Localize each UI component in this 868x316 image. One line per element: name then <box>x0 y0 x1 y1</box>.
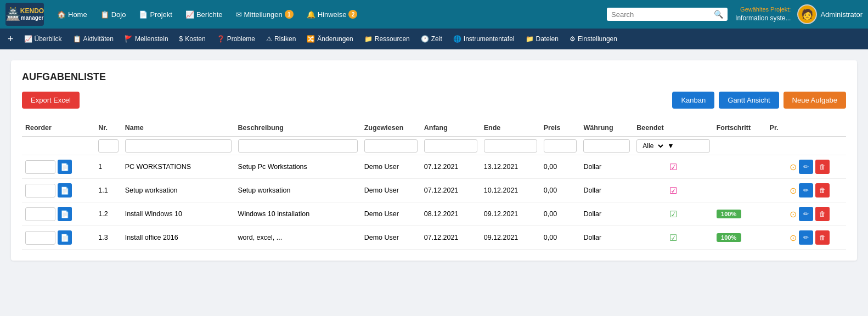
filter-done: Alle Ja Nein ▼ <box>633 137 713 155</box>
action-arrow-button[interactable]: ⊙ <box>790 233 797 243</box>
filter-nr-input[interactable] <box>98 139 118 153</box>
task-card: AUFGABENLISTE Export Excel Kanban Gantt … <box>11 60 857 261</box>
filter-assigned <box>361 137 421 155</box>
nav-berichte[interactable]: 📈 Berichte <box>180 7 228 22</box>
nav-mitteilungen[interactable]: ✉ Mitteilungen 1 <box>230 7 299 22</box>
filter-currency-input[interactable] <box>583 139 630 153</box>
neue-aufgabe-button[interactable]: Neue Aufgabe <box>784 92 846 109</box>
search-button[interactable]: 🔍 <box>714 10 723 19</box>
check-green-icon: ☑ <box>669 210 677 219</box>
header-beendet: Beendet <box>633 120 713 137</box>
nav-meilenstein[interactable]: 🚩 Meilenstein <box>120 32 173 46</box>
cell-nr: 1.3 <box>95 226 121 250</box>
nav-home[interactable]: 🏠 Home <box>52 7 93 22</box>
nav-hinweise[interactable]: 🔔 Hinweise 2 <box>301 7 363 22</box>
reorder-input[interactable] <box>25 231 55 245</box>
kanban-button[interactable]: Kanban <box>672 92 714 109</box>
cell-beendet: ☑ <box>633 226 713 250</box>
action-delete-button[interactable]: 🗑 <box>815 183 830 198</box>
table-header-row: Reorder Nr. Name Beschreibung Zugewiesen… <box>22 120 846 137</box>
cell-beschreibung: Setup worksation <box>235 179 361 202</box>
logo[interactable]: 🏯 KENDO manager <box>5 3 44 26</box>
risiken-icon: ⚠ <box>266 35 272 43</box>
filter-name-input[interactable] <box>125 139 232 153</box>
nav-dojo[interactable]: 📋 Dojo <box>95 7 132 22</box>
progress-bar: 100% <box>717 233 741 242</box>
toolbar: Export Excel Kanban Gantt Ansicht Neue A… <box>22 92 846 109</box>
nav-instrumententafel[interactable]: 🌐 Instrumententafel <box>448 32 520 46</box>
hinweise-icon: 🔔 <box>307 10 315 19</box>
table-filter-row: Alle Ja Nein ▼ <box>22 137 846 155</box>
cell-pr <box>766 179 786 202</box>
search-input[interactable] <box>611 10 711 19</box>
cell-beendet: ☑ <box>633 179 713 202</box>
filter-desc-input[interactable] <box>238 139 358 153</box>
header-beschreibung: Beschreibung <box>235 120 361 137</box>
reorder-input[interactable] <box>25 160 55 174</box>
ueberblick-icon: 📈 <box>24 35 32 43</box>
action-arrow-button[interactable]: ⊙ <box>790 209 797 219</box>
action-edit-button[interactable]: ✏ <box>799 183 813 198</box>
doc-button[interactable]: 📄 <box>58 160 72 174</box>
action-arrow-button[interactable]: ⊙ <box>790 185 797 196</box>
cell-name: PC WORKSTATIONS <box>122 155 235 179</box>
action-delete-button[interactable]: 🗑 <box>815 230 830 245</box>
gantt-ansicht-button[interactable]: Gantt Ansicht <box>719 92 779 109</box>
header-reorder: Reorder <box>22 120 95 137</box>
action-edit-button[interactable]: ✏ <box>799 207 813 221</box>
reorder-input[interactable] <box>25 207 55 221</box>
nav-zeit[interactable]: 🕐 Zeit <box>416 32 447 46</box>
cell-anfang: 07.12.2021 <box>421 155 481 179</box>
cell-reorder: 📄 <box>22 179 95 202</box>
nav-ueberblick[interactable]: 📈 Überblick <box>19 32 67 46</box>
table-row: 📄 1.3 Install office 2016 word, excel, .… <box>22 226 846 250</box>
filter-assigned-input[interactable] <box>364 139 418 153</box>
filter-start <box>421 137 481 155</box>
nav-aktivitaeten[interactable]: 📋 Aktivitäten <box>68 32 119 46</box>
filter-end <box>481 137 540 155</box>
doc-button[interactable]: 📄 <box>58 207 72 221</box>
filter-end-input[interactable] <box>484 139 537 153</box>
reorder-input[interactable] <box>25 184 55 198</box>
cell-zugewiesen: Demo User <box>361 202 421 226</box>
export-excel-button[interactable]: Export Excel <box>22 92 80 109</box>
nav-dateien[interactable]: 📁 Dateien <box>521 32 563 46</box>
table-row: 📄 1.1 Setup worksation Setup worksation … <box>22 179 846 202</box>
nav-probleme[interactable]: ❓ Probleme <box>212 32 260 46</box>
doc-button[interactable]: 📄 <box>58 183 72 198</box>
main-content: AUFGABENLISTE Export Excel Kanban Gantt … <box>0 49 868 316</box>
cell-anfang: 07.12.2021 <box>421 179 481 202</box>
action-edit-button[interactable]: ✏ <box>799 160 813 174</box>
admin-label: Administrator <box>820 10 863 19</box>
instrumententafel-icon: 🌐 <box>453 35 461 43</box>
nav-kosten[interactable]: $ Kosten <box>174 32 211 46</box>
nav-einstellungen[interactable]: ⚙ Einstellungen <box>565 32 622 46</box>
cell-fortschritt <box>713 179 766 202</box>
cell-waehrung: Dollar <box>580 155 633 179</box>
table-row: 📄 1 PC WORKSTATIONS Setup Pc Workstation… <box>22 155 846 179</box>
doc-button[interactable]: 📄 <box>58 230 72 245</box>
nav-ressourcen[interactable]: 📁 Ressourcen <box>359 32 415 46</box>
cell-preis: 0,00 <box>540 179 580 202</box>
filter-price-input[interactable] <box>544 139 577 153</box>
filter-done-select[interactable]: Alle Ja Nein <box>640 142 665 150</box>
task-table-body: 📄 1 PC WORKSTATIONS Setup Pc Workstation… <box>22 155 846 250</box>
add-button[interactable]: + <box>3 31 18 47</box>
nav-aenderungen[interactable]: 🔀 Änderungen <box>302 32 358 46</box>
cell-beendet: ☑ <box>633 155 713 179</box>
probleme-icon: ❓ <box>217 35 225 43</box>
action-delete-button[interactable]: 🗑 <box>815 207 830 221</box>
nav-risiken[interactable]: ⚠ Risiken <box>261 32 301 46</box>
nav-projekt[interactable]: 📄 Projekt <box>133 7 177 22</box>
cell-pr <box>766 226 786 250</box>
filter-start-input[interactable] <box>424 139 477 153</box>
check-pink-icon: ☑ <box>669 186 677 195</box>
action-arrow-button[interactable]: ⊙ <box>790 162 797 172</box>
user-avatar-area[interactable]: 🧑 Administrator <box>797 4 863 24</box>
filter-nr <box>95 137 121 155</box>
dateien-icon: 📁 <box>526 35 534 43</box>
mitteilungen-icon: ✉ <box>236 10 242 19</box>
action-edit-button[interactable]: ✏ <box>799 230 813 245</box>
action-delete-button[interactable]: 🗑 <box>815 160 830 174</box>
cell-reorder: 📄 <box>22 226 95 250</box>
